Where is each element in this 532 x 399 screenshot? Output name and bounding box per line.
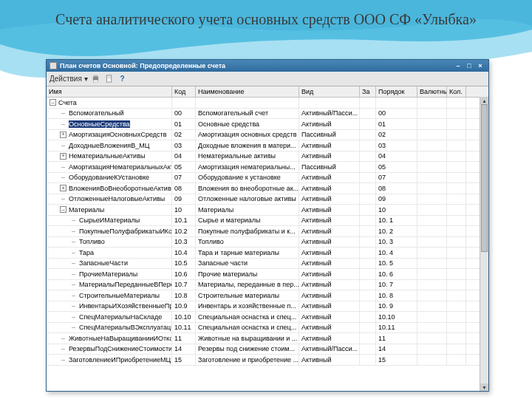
scroll-up-icon[interactable]: ▲ (480, 97, 488, 104)
cell: Запасные части (196, 259, 299, 269)
cell: Активный (299, 140, 360, 151)
cell (447, 355, 466, 365)
cell (417, 151, 447, 162)
cell (417, 301, 447, 312)
cell (360, 344, 376, 355)
cell: 10. 7 (376, 280, 417, 290)
cell: 10. 9 (376, 301, 417, 312)
col-name[interactable]: Имя (47, 86, 172, 97)
cell (417, 205, 447, 215)
help-icon[interactable]: ? (117, 74, 128, 84)
table-row[interactable]: –ЖивотныеНаВыращиванииИОткорме11Животные… (47, 333, 488, 344)
vertical-scrollbar[interactable]: ▲ ▼ (480, 97, 488, 391)
table-row[interactable]: –ЗапасныеЧасти10.5Запасные частиАктивный… (47, 259, 488, 270)
table-row[interactable]: –ДоходныеВложенияВ_МЦ03Доходные вложения… (47, 140, 488, 151)
scroll-down-icon[interactable]: ▼ (480, 383, 488, 391)
cell (417, 140, 447, 151)
window-close-button[interactable]: × (475, 61, 485, 70)
cell: Отложенные налоговые активы (196, 194, 299, 205)
cell: Прочие материалы (196, 269, 299, 279)
actions-menu[interactable]: Действия ▾ (50, 75, 88, 83)
cell: 10. 2 (376, 226, 417, 236)
cell (447, 333, 466, 344)
table-row[interactable]: –СпецМатериалыВЭксплуатации10.11Специаль… (47, 323, 488, 334)
table-row[interactable]: +ВложенияВоВнеоборотныеАктивы08Вложения … (47, 183, 488, 194)
col-code[interactable]: Код (172, 86, 196, 97)
table-row[interactable]: –ЗаготовлениеИПриобретениеМЦ15Заготовлен… (47, 355, 488, 366)
cell: Активный (299, 205, 360, 215)
table-row[interactable]: –Топливо10.3ТопливоАктивный10. 3 (47, 237, 488, 248)
cell: Активный (299, 259, 360, 269)
col-qty[interactable]: Кол. (447, 86, 466, 97)
cell: Активный (299, 280, 360, 290)
cell: Вложения во внеоборотные ак... (196, 183, 299, 194)
col-valut[interactable]: Валютный (417, 86, 447, 97)
toolbar: Действия ▾ ? (47, 72, 488, 86)
cell: Активный (299, 333, 360, 344)
leaf-icon: – (60, 109, 66, 117)
leaf-icon: – (60, 345, 66, 352)
cell (447, 323, 466, 333)
row-name: РезервыПодСнижениеСтоимостиМЦ (69, 345, 172, 352)
table-row[interactable]: –ПрочиеМатериалы10.6Прочие материалыАкти… (47, 269, 488, 280)
cell: Активный (299, 269, 360, 279)
table-row[interactable]: –Счета (47, 98, 488, 109)
cell (447, 216, 466, 226)
cell: Сырье и материалы (196, 216, 299, 226)
cell: 10. 6 (376, 269, 417, 279)
table-row[interactable]: –ПокупныеПолуфабрикатыИКомпл...10.2Покуп… (47, 226, 488, 237)
col-za[interactable]: За (360, 86, 376, 97)
expand-icon[interactable]: + (60, 132, 66, 138)
print-icon[interactable] (91, 74, 101, 84)
table-row[interactable]: –Вспомогательный00Вспомогательный счетАк… (47, 109, 488, 120)
table-row[interactable]: –СпецМатериалыНаСкладе10.10Специальная о… (47, 312, 488, 323)
table-row[interactable]: +НематериальныеАктивы04Нематериальные ак… (47, 151, 488, 163)
col-desc[interactable]: Наименование (196, 86, 299, 97)
row-name: СпецМатериалыВЭксплуатации (79, 324, 172, 331)
cell (447, 194, 466, 205)
table-row[interactable]: –ИнвентарьИХозяйственныеПрина...10.9Инве… (47, 301, 488, 313)
row-name: АмортизацияОсновныхСредств (69, 131, 167, 138)
cell: Пассивный (299, 162, 360, 172)
window-maximize-button[interactable]: □ (464, 61, 474, 70)
leaf-icon: – (70, 228, 77, 235)
cell (417, 130, 447, 140)
cell (172, 98, 196, 108)
table-row[interactable]: –Материалы10МатериалыАктивный10 (47, 205, 488, 216)
cell: 02 (376, 130, 417, 140)
row-name: ДоходныеВложенияВ_МЦ (69, 142, 149, 149)
table-row[interactable]: –АмортизацияНематериальныхАктивов05Аморт… (47, 162, 488, 173)
expand-icon[interactable]: + (60, 185, 66, 191)
cell: Активный (299, 226, 360, 236)
cell: 07 (376, 173, 417, 183)
col-kind[interactable]: Вид (299, 86, 360, 97)
table-row[interactable]: –ОтложенныеНалоговыеАктивы09Отложенные н… (47, 194, 488, 205)
col-order[interactable]: Порядок (376, 86, 417, 97)
table-row[interactable]: –СтроительныеМатериалы10.8Строительные м… (47, 290, 488, 301)
collapse-icon[interactable]: – (60, 206, 66, 213)
leaf-icon: – (70, 324, 77, 331)
table-row[interactable]: –МатериалыПереданныеВПерераб...10.7Матер… (47, 280, 488, 291)
cell: Пассивный (299, 130, 360, 140)
cell (360, 259, 376, 269)
expand-icon[interactable]: + (60, 153, 66, 160)
cell (360, 98, 376, 108)
scroll-thumb[interactable] (481, 104, 488, 252)
cell: 00 (376, 109, 417, 119)
table-row[interactable]: –Тара10.4Тара и тарные материалыАктивный… (47, 248, 488, 259)
table-row[interactable]: –ОсновныеСредства01Основные средстваАкти… (47, 119, 488, 130)
cell (417, 323, 447, 333)
table-row[interactable]: –СырьеИМатериалы10.1Сырье и материалыАкт… (47, 216, 488, 227)
row-name: ПрочиеМатериалы (79, 270, 137, 278)
table-row[interactable]: +АмортизацияОсновныхСредств02Амортизация… (47, 130, 488, 141)
table-row[interactable]: –РезервыПодСнижениеСтоимостиМЦ14Резервы … (47, 344, 488, 355)
doc-icon[interactable] (104, 74, 115, 84)
table-row[interactable]: –ОборудованиеКУстановке07Оборудование к … (47, 173, 488, 184)
row-name: ИнвентарьИХозяйственныеПрина... (79, 302, 172, 310)
cell (447, 226, 466, 236)
cell (417, 194, 447, 205)
collapse-icon[interactable]: – (50, 99, 56, 106)
window-minimize-button[interactable]: – (453, 61, 463, 70)
svg-rect-0 (93, 77, 98, 81)
cell (417, 333, 447, 344)
